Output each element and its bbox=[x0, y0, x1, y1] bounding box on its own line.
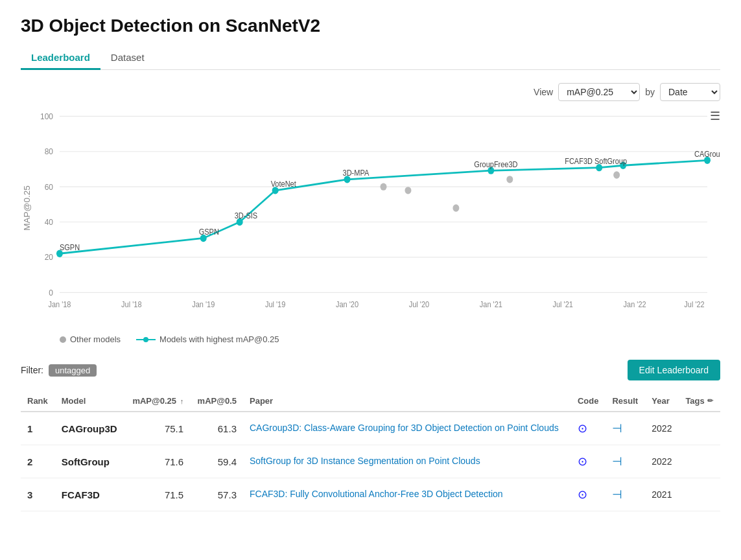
svg-text:FCAF3D SoftGroup: FCAF3D SoftGroup bbox=[565, 156, 627, 165]
leaderboard-table: Rank Model mAP@0.25 ↑ mAP@0.5 Paper Code… bbox=[21, 391, 720, 511]
cell-map5: 59.4 bbox=[190, 445, 243, 478]
cell-map5: 57.3 bbox=[190, 478, 243, 511]
untagged-badge[interactable]: untagged bbox=[49, 364, 97, 377]
svg-text:Jul '19: Jul '19 bbox=[265, 299, 285, 309]
cell-year: 2022 bbox=[645, 445, 679, 478]
cell-tags bbox=[679, 445, 720, 478]
cell-model: CAGroup3D bbox=[55, 412, 125, 445]
other-point bbox=[380, 183, 386, 190]
tabs-bar: Leaderboard Dataset bbox=[21, 47, 720, 70]
svg-text:Jan '19: Jan '19 bbox=[192, 299, 215, 309]
svg-text:40: 40 bbox=[45, 216, 53, 227]
tags-edit-icon[interactable]: ✏ bbox=[707, 397, 713, 405]
result-icon[interactable]: ⊣ bbox=[612, 455, 622, 468]
cell-map25: 75.1 bbox=[125, 412, 191, 445]
svg-text:Jul '20: Jul '20 bbox=[409, 299, 430, 309]
other-point bbox=[453, 204, 459, 211]
github-icon[interactable]: ⊙ bbox=[578, 422, 587, 435]
page-title: 3D Object Detection on ScanNetV2 bbox=[21, 16, 720, 36]
cell-year: 2021 bbox=[645, 478, 679, 511]
chart-legend: Other models Models with highest mAP@0.2… bbox=[60, 334, 720, 344]
th-tags: Tags ✏ bbox=[679, 391, 720, 412]
table-body: 1 CAGroup3D 75.1 61.3 CAGroup3D: Class-A… bbox=[21, 412, 720, 511]
legend-other-dot bbox=[60, 336, 66, 343]
other-point bbox=[613, 171, 620, 178]
cell-map25: 71.5 bbox=[125, 478, 191, 511]
th-rank: Rank bbox=[21, 391, 55, 412]
svg-text:Jan '21: Jan '21 bbox=[480, 299, 502, 309]
cell-result[interactable]: ⊣ bbox=[606, 412, 645, 445]
svg-text:GSPN: GSPN bbox=[199, 227, 219, 236]
svg-text:100: 100 bbox=[40, 111, 53, 121]
filter-text: Filter: bbox=[21, 365, 43, 375]
th-map25[interactable]: mAP@0.25 ↑ bbox=[125, 391, 191, 412]
cell-code[interactable]: ⊙ bbox=[571, 478, 606, 511]
chart-container: ☰ 100 80 60 40 20 0 MAP@0.25 Jan '18 Jul… bbox=[21, 109, 720, 329]
svg-text:GroupFree3D: GroupFree3D bbox=[474, 159, 517, 169]
metric-select[interactable]: mAP@0.25 mAP@0.5 mAP@0.75 bbox=[558, 83, 640, 101]
cell-tags bbox=[679, 412, 720, 445]
cell-rank: 1 bbox=[21, 412, 55, 445]
svg-text:3D-SIS: 3D-SIS bbox=[235, 211, 258, 220]
th-map5: mAP@0.5 bbox=[190, 391, 243, 412]
paper-link[interactable]: SoftGroup for 3D Instance Segmentation o… bbox=[250, 456, 480, 466]
cell-code[interactable]: ⊙ bbox=[571, 412, 606, 445]
table-row: 3 FCAF3D 71.5 57.3 FCAF3D: Fully Convolu… bbox=[21, 478, 720, 511]
result-icon[interactable]: ⊣ bbox=[612, 488, 622, 501]
legend-main-label: Models with highest mAP@0.25 bbox=[159, 334, 279, 344]
main-line bbox=[60, 160, 707, 253]
cell-map25: 71.6 bbox=[125, 445, 191, 478]
view-label: View bbox=[534, 87, 553, 97]
svg-text:Jul '22: Jul '22 bbox=[684, 299, 704, 309]
cell-rank: 3 bbox=[21, 478, 55, 511]
svg-text:MAP@0.25: MAP@0.25 bbox=[23, 185, 32, 231]
table-row: 1 CAGroup3D 75.1 61.3 CAGroup3D: Class-A… bbox=[21, 412, 720, 445]
svg-text:Jan '22: Jan '22 bbox=[624, 299, 646, 309]
paper-link[interactable]: CAGroup3D: Class-Aware Grouping for 3D O… bbox=[250, 423, 559, 433]
cell-result[interactable]: ⊣ bbox=[606, 445, 645, 478]
edit-leaderboard-button[interactable]: Edit Leaderboard bbox=[628, 360, 720, 380]
by-label: by bbox=[645, 87, 655, 97]
cell-paper[interactable]: CAGroup3D: Class-Aware Grouping for 3D O… bbox=[243, 412, 571, 445]
th-code: Code bbox=[571, 391, 606, 412]
cell-result[interactable]: ⊣ bbox=[606, 478, 645, 511]
cell-year: 2022 bbox=[645, 412, 679, 445]
cell-map5: 61.3 bbox=[190, 412, 243, 445]
th-model: Model bbox=[55, 391, 125, 412]
sort-icon-map25: ↑ bbox=[180, 397, 184, 405]
github-icon[interactable]: ⊙ bbox=[578, 455, 587, 468]
svg-text:Jan '20: Jan '20 bbox=[336, 299, 359, 309]
legend-main: Models with highest mAP@0.25 bbox=[136, 334, 279, 344]
cell-paper[interactable]: SoftGroup for 3D Instance Segmentation o… bbox=[243, 445, 571, 478]
chart-controls: View mAP@0.25 mAP@0.5 mAP@0.75 by Date Y… bbox=[21, 83, 720, 101]
tab-dataset[interactable]: Dataset bbox=[100, 47, 155, 70]
cell-tags bbox=[679, 478, 720, 511]
github-icon[interactable]: ⊙ bbox=[578, 488, 587, 501]
th-year: Year bbox=[645, 391, 679, 412]
paper-link[interactable]: FCAF3D: Fully Convolutional Anchor-Free … bbox=[250, 489, 503, 499]
other-point bbox=[405, 187, 411, 194]
svg-text:Jul '18: Jul '18 bbox=[121, 299, 142, 309]
svg-text:3D-MPA: 3D-MPA bbox=[343, 168, 370, 177]
hamburger-icon[interactable]: ☰ bbox=[710, 109, 720, 123]
cell-code[interactable]: ⊙ bbox=[571, 445, 606, 478]
tab-leaderboard[interactable]: Leaderboard bbox=[21, 47, 100, 70]
cell-rank: 2 bbox=[21, 445, 55, 478]
svg-text:VoteNet: VoteNet bbox=[271, 179, 297, 188]
cell-paper[interactable]: FCAF3D: Fully Convolutional Anchor-Free … bbox=[243, 478, 571, 511]
svg-text:Jan '18: Jan '18 bbox=[48, 299, 71, 309]
cell-model: FCAF3D bbox=[55, 478, 125, 511]
svg-text:CAGroup3D: CAGroup3D bbox=[694, 149, 720, 158]
other-point bbox=[506, 176, 513, 183]
table-row: 2 SoftGroup 71.6 59.4 SoftGroup for 3D I… bbox=[21, 445, 720, 478]
svg-text:80: 80 bbox=[45, 146, 53, 157]
svg-text:SGPN: SGPN bbox=[60, 242, 80, 251]
date-select[interactable]: Date Year Month bbox=[660, 83, 720, 101]
legend-other: Other models bbox=[60, 334, 121, 344]
chart-svg: 100 80 60 40 20 0 MAP@0.25 Jan '18 Jul '… bbox=[21, 109, 720, 329]
legend-main-line bbox=[136, 339, 156, 340]
svg-text:0: 0 bbox=[49, 287, 53, 298]
result-icon[interactable]: ⊣ bbox=[612, 422, 622, 435]
th-paper: Paper bbox=[243, 391, 571, 412]
cell-model: SoftGroup bbox=[55, 445, 125, 478]
